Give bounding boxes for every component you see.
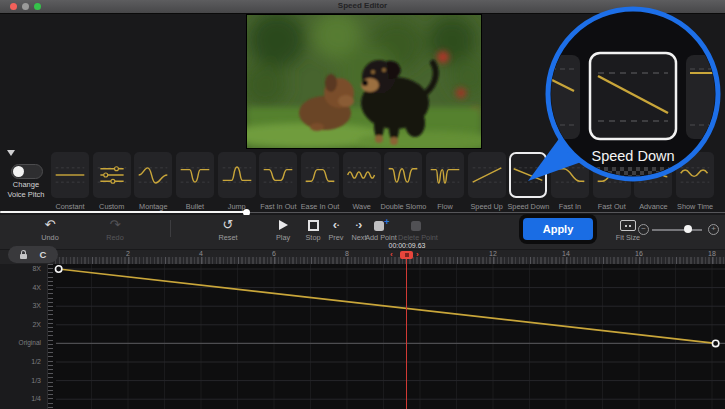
video-preview: [246, 14, 482, 149]
ruler-major-tick: [566, 257, 567, 264]
undo-button[interactable]: ↶ Undo: [32, 218, 68, 242]
ruler-major-tick: [384, 257, 385, 264]
toolbar-separator: [170, 220, 171, 237]
speed-graph[interactable]: 8X4X3X2XOriginal1/21/31/4: [0, 264, 725, 409]
ruler-major-tick: [639, 257, 640, 264]
preset-curve-icon: [678, 161, 712, 189]
speed-axis-ruler: [48, 264, 53, 409]
reset-button[interactable]: ↺ Reset: [210, 218, 246, 242]
magnified-neighbor-right: [686, 55, 725, 139]
preset-curve-icon: [636, 161, 670, 189]
preset-label: Show Time: [670, 202, 720, 211]
preset-curve-icon: [261, 161, 295, 189]
titlebar: Speed Editor: [0, 0, 725, 14]
ruler-tick-label: 8: [337, 250, 357, 257]
preset-thumbnail: [468, 152, 506, 198]
preset-thumbnail: [634, 152, 672, 198]
playhead-right-arrow-icon[interactable]: ›: [416, 250, 419, 259]
delete-point-icon: [394, 218, 442, 233]
preset-fast-in[interactable]: Fast In: [551, 152, 589, 198]
preset-fast-in-out[interactable]: Fast In Out: [259, 152, 297, 198]
speed-level-original: Original: [1, 339, 41, 346]
playhead-marker[interactable]: [400, 251, 413, 259]
apply-button[interactable]: Apply: [523, 218, 593, 240]
ruler-tick-label: 18: [702, 250, 722, 257]
curve-endpoint-handle[interactable]: [712, 340, 718, 346]
speed-level-labels: 8X4X3X2XOriginal1/21/31/4: [0, 264, 48, 409]
preset-bullet[interactable]: Bullet: [176, 152, 214, 198]
preset-thumbnail: [301, 152, 339, 198]
preset-thumbnail: [51, 152, 89, 198]
preset-speed-up[interactable]: Speed Up: [468, 152, 506, 198]
preset-curve-icon: [386, 161, 420, 189]
ruler-major-tick: [603, 257, 604, 264]
ruler-tick-label: 4: [191, 250, 211, 257]
ruler-major-tick: [493, 257, 494, 264]
scrollbar-filled: [0, 211, 247, 213]
ruler-tick-label: 16: [629, 250, 649, 257]
preset-curve-icon: [303, 161, 337, 189]
preset-thumbnail: [384, 152, 422, 198]
preset-thumbnail: [509, 152, 547, 198]
speed-curve-canvas[interactable]: [0, 264, 725, 409]
lock-icon[interactable]: [20, 254, 27, 259]
ruler-major-tick: [201, 257, 202, 264]
preset-thumbnail: [176, 152, 214, 198]
magnified-neighbor-left: [536, 55, 580, 139]
curve-mode-icon[interactable]: C: [40, 250, 47, 259]
ruler-major-tick: [238, 257, 239, 264]
preset-custom[interactable]: Custom: [93, 152, 131, 198]
ruler-major-tick: [128, 257, 129, 264]
preset-speed-down[interactable]: Speed Down: [509, 152, 547, 198]
preset-curve-icon: [178, 161, 212, 189]
delete-point-button[interactable]: Delete Point: [394, 218, 442, 242]
preset-double-slomo[interactable]: Double Slomo: [384, 152, 422, 198]
zoom-in-button[interactable]: +: [708, 224, 719, 235]
playhead-left-arrow-icon[interactable]: ‹: [390, 250, 393, 259]
preset-show-time[interactable]: Show Time: [676, 152, 714, 198]
preset-thumbnail: [426, 152, 464, 198]
preset-wave[interactable]: Wave: [343, 152, 381, 198]
preset-curve-icon: [53, 161, 87, 189]
ruler-tick-label: 14: [556, 250, 576, 257]
preset-curve-icon: [595, 161, 629, 189]
voice-pitch-toggle[interactable]: [11, 164, 43, 179]
preset-flow[interactable]: Flow: [426, 152, 464, 198]
redo-button[interactable]: ↷ Redo: [97, 218, 133, 242]
preset-thumbnail: [551, 152, 589, 198]
preset-curve-icon: [220, 161, 254, 189]
preset-thumbnail: [259, 152, 297, 198]
zoom-out-button[interactable]: −: [638, 224, 649, 235]
timeline-ruler[interactable]: 246812141618: [0, 250, 725, 264]
preset-curve-icon: [428, 161, 462, 189]
preset-fast-out[interactable]: Fast Out: [593, 152, 631, 198]
preset-jump[interactable]: Jump: [218, 152, 256, 198]
preset-thumbnail: [676, 152, 714, 198]
toggle-knob: [13, 166, 24, 177]
voice-pitch-label-line1: Change: [0, 180, 52, 189]
ruler-major-tick: [274, 257, 275, 264]
preset-curve-icon: [345, 161, 379, 189]
ruler-tick-label: 2: [118, 250, 138, 257]
ruler-tick-label: 12: [483, 250, 503, 257]
zoom-slider-track[interactable]: [652, 229, 702, 231]
zoom-slider-knob[interactable]: [684, 225, 692, 233]
window-title: Speed Editor: [0, 1, 725, 10]
speed-level-12: 1/2: [1, 358, 41, 365]
preset-curve-icon: [470, 161, 504, 189]
curve-endpoint-handle[interactable]: [55, 266, 61, 272]
speed-level-3x: 3X: [1, 302, 41, 309]
ruler-major-tick: [420, 257, 421, 264]
undo-icon: ↶: [32, 218, 68, 233]
preset-montage[interactable]: Montage: [134, 152, 172, 198]
preset-advance[interactable]: Advance: [634, 152, 672, 198]
preset-thumbnail: [593, 152, 631, 198]
timeline-lock-pill: C: [8, 246, 58, 263]
speed-editor-window: Speed Editor: [0, 0, 725, 409]
preset-ease-in-out[interactable]: Ease In Out: [301, 152, 339, 198]
collapse-arrow-icon[interactable]: [7, 150, 15, 156]
preset-constant[interactable]: Constant: [51, 152, 89, 198]
preset-curve-icon: [511, 161, 545, 189]
reset-icon: ↺: [210, 218, 246, 233]
playhead-line: [406, 258, 407, 409]
